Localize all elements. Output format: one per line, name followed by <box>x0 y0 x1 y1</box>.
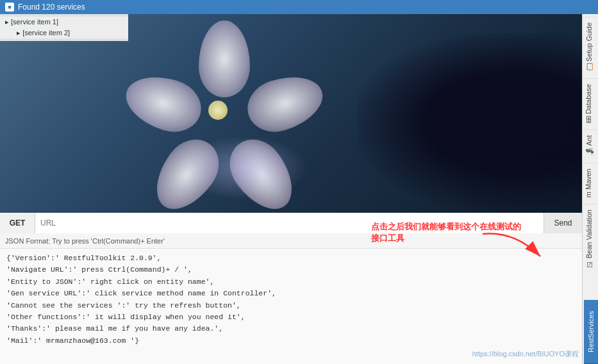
tree-area: ▸ [service item 1] ▸ [service item 2] <box>0 14 128 41</box>
json-line-2: 'Navigate URL':' press Ctrl(Command)+ / … <box>6 264 576 276</box>
bean-validation-icon: ☑ <box>585 261 593 269</box>
ant-icon: 🐜 <box>585 148 593 156</box>
tree-item-2[interactable]: ▸ [service item 2] <box>0 28 128 38</box>
title-icon: ■ <box>5 3 14 12</box>
json-line-7: 'Thanks':' please mail me if you have an… <box>6 323 576 335</box>
json-line-8: 'Mail':' mrmanzhaow@163.com '} <box>6 335 576 347</box>
send-button[interactable]: Send <box>544 213 582 233</box>
image-area <box>0 14 582 213</box>
json-line-1: {'Version':' RestfulToolkit 2.0.9', <box>6 252 576 264</box>
left-panel: ▸ [service item 1] ▸ [service item 2] GE… <box>0 14 582 364</box>
sidebar-tab-database[interactable]: 🗄 Database <box>583 78 598 128</box>
url-input[interactable] <box>35 213 544 233</box>
window-title: Found 120 services <box>18 3 85 12</box>
sidebar-tab-ant[interactable]: 🐜 Ant <box>583 129 598 161</box>
tree-item-1[interactable]: ▸ [service item 1] <box>0 17 128 28</box>
json-line-6: 'Other functions':' it will display when… <box>6 311 576 323</box>
json-line-5: 'Cannot see the services ':' try the ref… <box>6 300 576 311</box>
figure-silhouette <box>358 33 582 213</box>
sidebar-tab-maven[interactable]: m Maven <box>583 163 598 203</box>
sidebar-tab-setup-guide[interactable]: 📋 Setup Guide <box>583 17 598 77</box>
title-bar: ■ Found 120 services <box>0 0 598 14</box>
setup-guide-icon: 📋 <box>585 63 593 72</box>
main-area: ▸ [service item 1] ▸ [service item 2] GE… <box>0 14 598 364</box>
json-hint-bar: JSON Format: Try to press 'Ctrl(Command)… <box>0 233 582 249</box>
json-line-4: 'Gen service URL':' click service method… <box>6 288 576 299</box>
glow-light <box>179 136 308 200</box>
json-hint-text: JSON Format: Try to press 'Ctrl(Command)… <box>5 237 165 245</box>
sidebar-tab-bean-validation[interactable]: ☑ Bean Validation <box>583 204 598 274</box>
rest-services-tab[interactable]: RestServices <box>584 300 598 364</box>
right-sidebar: 📋 Setup Guide 🗄 Database 🐜 Ant m Maven ☑… <box>582 14 598 364</box>
json-line-3: 'Entity to JSON':' right click on entity… <box>6 276 576 288</box>
json-content: {'Version':' RestfulToolkit 2.0.9', 'Nav… <box>0 249 582 364</box>
database-icon: 🗄 <box>585 116 592 123</box>
request-bar: GET Send <box>0 213 582 233</box>
http-method-selector[interactable]: GET <box>0 213 35 233</box>
maven-icon: m <box>585 192 592 197</box>
